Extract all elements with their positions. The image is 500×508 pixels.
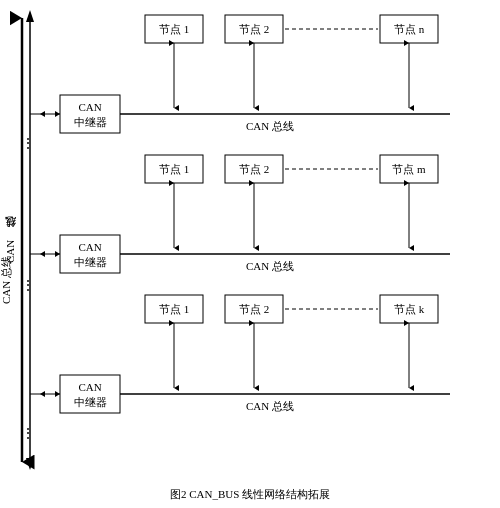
svg-text:节点 2: 节点 2 (239, 303, 269, 315)
svg-text:CAN 总线: CAN 总线 (3, 216, 16, 263)
svg-text:⋮: ⋮ (21, 426, 35, 441)
svg-text:节点 1: 节点 1 (159, 303, 189, 315)
svg-text:节点 k: 节点 k (394, 303, 425, 315)
svg-text:⋮: ⋮ (21, 278, 35, 293)
svg-text:节点 1: 节点 1 (159, 163, 189, 175)
svg-text:CAN: CAN (78, 381, 101, 393)
svg-text:CAN 总线: CAN 总线 (246, 120, 294, 132)
figure-caption: 图2 CAN_BUS 线性网络结构拓展 (0, 487, 500, 502)
svg-text:节点 2: 节点 2 (239, 23, 269, 35)
svg-text:节点 1: 节点 1 (159, 23, 189, 35)
network-diagram: CAN 总线 CAN 总线 节点 1 节点 2 节点 n CAN 中继器 (0, 0, 500, 490)
svg-text:⋮: ⋮ (21, 136, 35, 151)
svg-text:中继器: 中继器 (74, 116, 107, 128)
svg-text:中继器: 中继器 (74, 396, 107, 408)
svg-text:CAN: CAN (78, 101, 101, 113)
diagram-container: CAN 总线 CAN 总线 节点 1 节点 2 节点 n CAN 中继器 (0, 0, 500, 508)
svg-text:CAN 总线: CAN 总线 (0, 256, 12, 304)
svg-text:CAN 总线: CAN 总线 (246, 400, 294, 412)
svg-text:CAN 总线: CAN 总线 (246, 260, 294, 272)
svg-marker-60 (26, 458, 34, 470)
svg-text:节点 m: 节点 m (392, 163, 426, 175)
svg-text:CAN: CAN (78, 241, 101, 253)
svg-text:节点 2: 节点 2 (239, 163, 269, 175)
svg-marker-59 (26, 10, 34, 22)
svg-text:中继器: 中继器 (74, 256, 107, 268)
svg-text:节点 n: 节点 n (394, 23, 425, 35)
